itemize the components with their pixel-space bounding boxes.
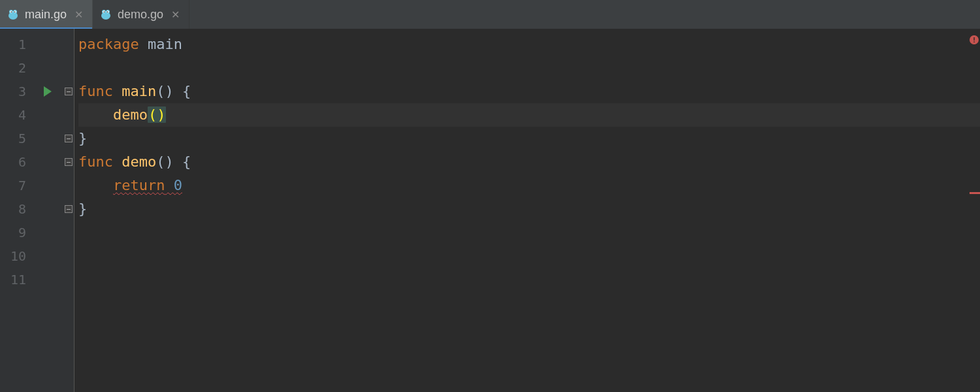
code-line[interactable]: demo() (78, 103, 980, 127)
line-number: 5 (0, 127, 33, 150)
number-literal: 0 (174, 177, 182, 193)
line-number: 9 (0, 221, 33, 244)
code-line[interactable]: } (78, 197, 980, 221)
matched-parens: () (148, 106, 167, 123)
close-icon[interactable]: ✕ (74, 8, 83, 21)
go-file-icon (99, 8, 112, 21)
svg-point-6 (14, 11, 16, 12)
code-line[interactable] (78, 221, 980, 244)
func-name-main: main (122, 83, 156, 99)
code-line[interactable]: } (78, 127, 980, 150)
keyword-package: package (78, 36, 139, 52)
code-line[interactable] (78, 268, 980, 291)
run-gutter (33, 29, 63, 392)
fold-toggle-icon[interactable] (65, 158, 73, 166)
brace-close: } (78, 130, 87, 146)
code-editor[interactable]: 1 2 3 4 5 6 7 8 9 10 11 p (0, 29, 980, 392)
func-signature: () { (156, 83, 191, 99)
line-number: 3 (0, 80, 33, 103)
code-line[interactable]: package main (78, 33, 980, 56)
code-line[interactable] (78, 244, 980, 268)
keyword-return: return (113, 177, 165, 193)
tab-bar: main.go ✕ demo.go ✕ (0, 0, 980, 29)
package-name: main (148, 36, 182, 52)
svg-point-13 (107, 11, 108, 12)
line-number: 2 (0, 56, 33, 80)
line-number: 10 (0, 244, 33, 268)
func-signature: () { (156, 154, 191, 170)
code-line[interactable]: func demo() { (78, 150, 980, 174)
keyword-func: func (78, 154, 113, 170)
code-area[interactable]: package main func main() { demo() } func… (74, 29, 980, 392)
line-number: 4 (0, 103, 33, 127)
fold-gutter (63, 29, 74, 392)
keyword-func: func (78, 83, 113, 99)
line-number: 6 (0, 150, 33, 174)
fold-toggle-icon[interactable] (65, 88, 73, 95)
fold-end-icon[interactable] (65, 205, 73, 213)
tab-label: demo.go (118, 8, 163, 22)
close-icon[interactable]: ✕ (171, 8, 180, 21)
call-demo: demo (113, 106, 148, 123)
svg-point-5 (11, 11, 12, 12)
code-line[interactable] (78, 56, 980, 80)
svg-point-12 (104, 11, 105, 12)
tab-label: main.go (25, 8, 67, 22)
go-file-icon (7, 8, 20, 21)
brace-close: } (78, 201, 87, 217)
fold-end-icon[interactable] (65, 135, 73, 142)
run-main-button[interactable] (33, 80, 63, 103)
line-number-gutter: 1 2 3 4 5 6 7 8 9 10 11 (0, 29, 33, 392)
line-number: 8 (0, 197, 33, 221)
code-line[interactable]: func main() { (78, 80, 980, 103)
play-icon (44, 86, 52, 97)
tab-demo-go[interactable]: demo.go ✕ (93, 0, 189, 29)
line-number: 1 (0, 33, 33, 56)
tab-main-go[interactable]: main.go ✕ (0, 0, 93, 29)
line-number: 7 (0, 174, 33, 197)
code-line[interactable]: return 0 (78, 174, 980, 197)
line-number: 11 (0, 268, 33, 291)
func-name-demo: demo (122, 154, 156, 170)
